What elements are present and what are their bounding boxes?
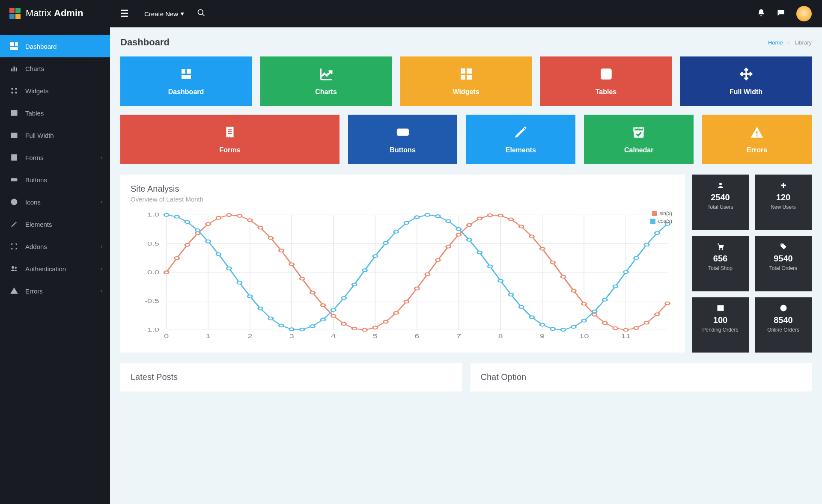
receipt-icon [125, 124, 335, 140]
svg-point-155 [415, 216, 420, 219]
sidebar-item-authentication[interactable]: Authentication› [0, 258, 110, 280]
tile-dashboard[interactable]: Dashboard [120, 56, 252, 106]
sidebar-item-icons[interactable]: Icons› [0, 191, 110, 213]
svg-rect-11 [11, 133, 17, 138]
svg-text:0.5: 0.5 [147, 240, 159, 246]
user-icon [695, 181, 745, 190]
breadcrumb-home[interactable]: Home [768, 39, 783, 46]
tile-elements[interactable]: Elements [466, 115, 575, 164]
svg-point-86 [206, 222, 211, 225]
svg-point-180 [719, 183, 722, 185]
sidebar-item-errors[interactable]: Errors› [0, 280, 110, 302]
svg-point-116 [519, 225, 524, 228]
svg-point-84 [185, 243, 190, 246]
svg-point-163 [498, 279, 503, 282]
button-icon [9, 176, 19, 184]
tile-forms[interactable]: Forms [120, 115, 340, 164]
warning-icon [9, 287, 19, 295]
tile-tables[interactable]: Tables [540, 56, 672, 106]
tile-label: Errors [706, 146, 807, 154]
svg-point-183 [719, 249, 720, 249]
pencil-icon [470, 124, 571, 140]
site-analysis-panel: Site Analysis Overview of Latest Month s… [120, 175, 685, 353]
sidebar-item-charts[interactable]: Charts [0, 57, 110, 80]
breadcrumb: Home › Library [768, 39, 812, 46]
svg-point-167 [540, 323, 545, 326]
sidebar-item-label: Addons [25, 243, 47, 250]
svg-point-31 [603, 75, 605, 77]
svg-point-103 [384, 320, 388, 323]
message-icon[interactable] [777, 9, 785, 19]
svg-point-161 [477, 251, 482, 254]
svg-point-40 [402, 131, 403, 133]
tile-widgets[interactable]: Widgets [400, 56, 532, 106]
plus-icon [758, 181, 808, 190]
auth-icon [9, 265, 19, 273]
sidebar-item-widgets[interactable]: Widgets [0, 80, 110, 102]
sidebar-item-elements[interactable]: Elements [0, 213, 110, 235]
sine-cosine-chart: -1.0-0.50.00.51.001234567891011 [131, 210, 675, 343]
svg-point-91 [258, 226, 263, 229]
stat-value: 656 [695, 254, 745, 264]
tiles-row-2: FormsButtonsElementsCalnedarErrors [120, 115, 812, 164]
widgets-icon [9, 87, 19, 95]
svg-point-39 [399, 131, 401, 133]
svg-point-30 [607, 71, 609, 73]
svg-point-129 [655, 313, 660, 316]
search-icon[interactable] [197, 9, 206, 19]
hamburger-icon[interactable]: ☰ [120, 8, 129, 19]
dashboard-icon [125, 66, 247, 82]
stat-total-shop: 656Total Shop [692, 236, 749, 291]
tile-label: Tables [545, 88, 667, 96]
button-sq-icon [352, 124, 453, 140]
svg-rect-28 [601, 69, 611, 79]
tile-buttons[interactable]: Buttons [348, 115, 458, 164]
svg-point-22 [13, 201, 14, 202]
sidebar-item-label: Errors [25, 288, 43, 295]
svg-text:3: 3 [289, 333, 294, 339]
breadcrumb-current: Library [795, 39, 812, 46]
sidebar-item-forms[interactable]: Forms› [0, 146, 110, 169]
tile-errors[interactable]: Errors [702, 115, 812, 164]
svg-point-104 [394, 311, 399, 314]
chart-legend: sin(x) cos(x) [650, 210, 672, 226]
tile-charts[interactable]: Charts [260, 56, 392, 106]
svg-point-107 [425, 273, 430, 276]
svg-point-97 [321, 304, 325, 307]
stat-label: Total Shop [695, 265, 745, 271]
svg-point-24 [12, 266, 14, 269]
tile-calnedar[interactable]: Calnedar [584, 115, 694, 164]
tile-label: Dashboard [125, 88, 247, 96]
sidebar-item-addons[interactable]: Addons› [0, 235, 110, 258]
avatar[interactable] [796, 6, 812, 21]
svg-point-137 [227, 267, 232, 270]
sidebar-item-tables[interactable]: Tables [0, 102, 110, 124]
svg-point-5 [11, 92, 13, 94]
sidebar: Matrix Admin DashboardChartsWidgetsTable… [0, 0, 110, 504]
create-new-button[interactable]: Create New ▾ [144, 10, 184, 18]
sidebar-item-buttons[interactable]: Buttons [0, 169, 110, 191]
svg-text:4: 4 [331, 333, 336, 339]
latest-posts-title: Latest Posts [131, 372, 452, 382]
tile-full-width[interactable]: Full Width [680, 56, 812, 106]
stat-value: 120 [758, 193, 808, 202]
sidebar-item-dashboard[interactable]: Dashboard [0, 35, 110, 57]
brand-logo[interactable]: Matrix Admin [0, 0, 110, 27]
svg-point-4 [15, 88, 17, 90]
svg-point-123 [592, 313, 597, 316]
svg-rect-7 [11, 110, 17, 116]
sidebar-item-full-width[interactable]: Full Width [0, 124, 110, 146]
svg-point-152 [384, 242, 388, 245]
svg-point-3 [11, 88, 13, 90]
svg-point-106 [415, 287, 420, 290]
svg-point-144 [300, 328, 304, 331]
svg-point-148 [342, 296, 346, 299]
chat-option-panel: Chat Option [471, 363, 812, 391]
bell-icon[interactable] [757, 9, 765, 19]
svg-point-102 [373, 326, 378, 329]
svg-text:9: 9 [540, 333, 545, 339]
svg-point-175 [623, 271, 628, 274]
svg-point-133 [185, 220, 190, 223]
form-icon [9, 154, 19, 161]
svg-point-136 [216, 253, 221, 256]
